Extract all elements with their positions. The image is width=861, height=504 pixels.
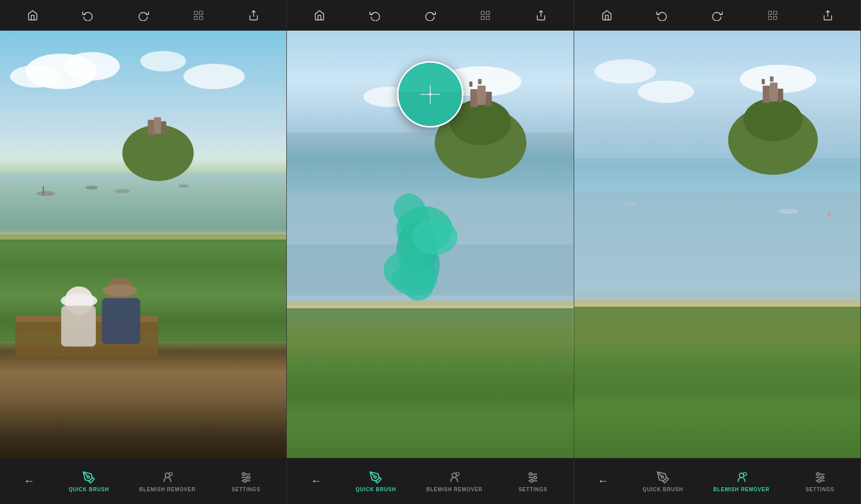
svg-rect-43: [481, 16, 484, 19]
settings-icon-3: [813, 470, 827, 485]
undo-icon[interactable]: [79, 6, 97, 24]
settings-button-3[interactable]: Settings: [800, 470, 841, 492]
brush-icon-2: [368, 470, 383, 485]
redo-icon-2[interactable]: [421, 6, 439, 24]
settings-button-1[interactable]: Settings: [226, 470, 266, 492]
photo-area-2[interactable]: +: [287, 31, 573, 458]
panel-original: ← Quick Brush Blemish Remover: [0, 0, 287, 504]
svg-point-70: [374, 475, 376, 477]
svg-rect-1: [200, 11, 203, 14]
select-icon-3[interactable]: [764, 6, 782, 24]
svg-point-76: [529, 472, 532, 475]
svg-point-32: [87, 475, 89, 477]
home-icon-3[interactable]: [598, 6, 616, 24]
svg-rect-42: [486, 11, 489, 14]
settings-button-2[interactable]: Settings: [512, 470, 553, 492]
share-icon-3[interactable]: [819, 6, 837, 24]
svg-point-101: [661, 475, 663, 477]
svg-rect-41: [481, 11, 484, 14]
svg-rect-2: [194, 16, 198, 19]
back-button-2[interactable]: ←: [307, 472, 326, 490]
person-icon-2: [447, 470, 461, 485]
svg-point-38: [242, 472, 245, 475]
blemish-remover-label-2: Blemish Remover: [426, 487, 482, 492]
quick-brush-button-1[interactable]: Quick Brush: [68, 470, 109, 492]
blemish-remover-label-3: Blemish Remover: [713, 487, 769, 492]
blemish-remover-label-1: Blemish Remover: [139, 487, 195, 492]
bottom-bar-3: ← Quick Brush Blemish Remover: [574, 458, 860, 504]
svg-rect-79: [768, 11, 771, 14]
photo-area-1[interactable]: [0, 31, 286, 458]
settings-label-1: Settings: [232, 487, 260, 492]
toolbar-1: [0, 0, 286, 31]
blemish-remover-button-1[interactable]: Blemish Remover: [139, 470, 195, 492]
svg-rect-44: [486, 16, 489, 19]
home-icon[interactable]: [23, 6, 42, 24]
svg-point-108: [821, 476, 823, 478]
person-icon-3: [734, 470, 749, 485]
svg-point-40: [243, 479, 246, 482]
quick-brush-label-1: Quick Brush: [68, 487, 109, 492]
svg-point-78: [530, 479, 533, 482]
toolbar-3: [574, 0, 860, 31]
brush-icon-1: [82, 470, 96, 485]
quick-brush-label-3: Quick Brush: [643, 487, 683, 492]
redo-icon[interactable]: [134, 6, 153, 24]
quick-brush-button-2[interactable]: Quick Brush: [355, 470, 396, 492]
home-icon-2[interactable]: [310, 6, 329, 24]
undo-icon-3[interactable]: [653, 6, 671, 24]
back-button-1[interactable]: ←: [20, 472, 38, 490]
settings-icon-1: [239, 470, 253, 485]
photo-area-3[interactable]: [574, 31, 860, 458]
svg-rect-3: [200, 16, 203, 19]
bottom-bar-2: ← Quick Brush Blemish Remover: [287, 458, 573, 504]
settings-label-3: Settings: [805, 487, 834, 492]
panel-painting: + ← Quick Brush: [287, 0, 574, 504]
blemish-remover-button-2[interactable]: Blemish Remover: [426, 470, 482, 492]
share-icon[interactable]: [244, 6, 263, 24]
svg-point-107: [817, 472, 819, 475]
quick-brush-label-2: Quick Brush: [356, 487, 396, 492]
person-icon-1: [160, 470, 175, 485]
bottom-bar-1: ← Quick Brush Blemish Remover: [0, 458, 286, 504]
share-icon-2[interactable]: [532, 6, 550, 24]
panel-result: ← Quick Brush Blemish Remover: [574, 0, 861, 504]
quick-brush-button-3[interactable]: Quick Brush: [643, 470, 683, 492]
settings-icon-2: [526, 470, 540, 485]
select-icon[interactable]: [189, 6, 208, 24]
select-icon-2[interactable]: [476, 6, 495, 24]
svg-point-39: [247, 476, 250, 478]
svg-point-109: [818, 479, 820, 482]
redo-icon-3[interactable]: [708, 6, 726, 24]
svg-rect-80: [773, 11, 776, 14]
blemish-remover-button-3[interactable]: Blemish Remover: [713, 470, 769, 492]
settings-label-2: Settings: [519, 487, 547, 492]
brush-icon-3: [656, 470, 670, 485]
toolbar-2: [287, 0, 573, 31]
svg-point-77: [534, 476, 536, 478]
svg-rect-82: [773, 16, 776, 19]
undo-icon-2[interactable]: [366, 6, 384, 24]
svg-rect-81: [768, 16, 771, 19]
back-button-3[interactable]: ←: [594, 472, 612, 490]
svg-rect-0: [194, 11, 198, 14]
magnifier-circle: +: [397, 61, 463, 128]
